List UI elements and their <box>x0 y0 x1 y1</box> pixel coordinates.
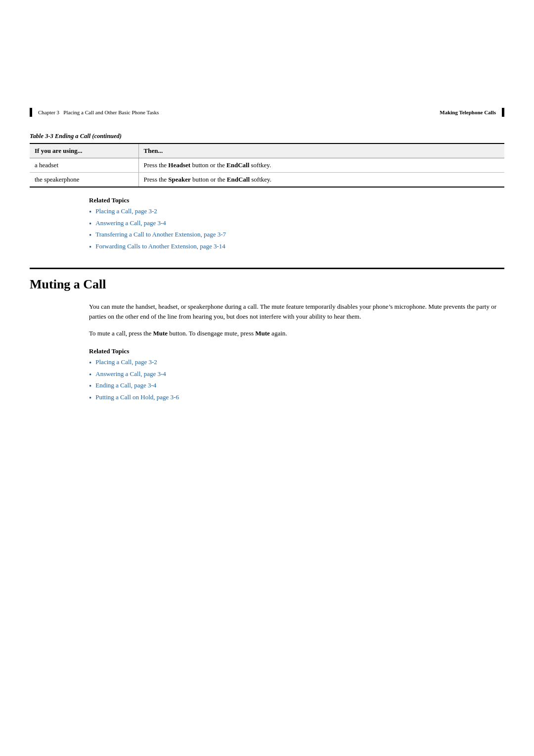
page: Chapter 3 Placing a Call and Other Basic… <box>0 99 534 756</box>
related-link-3[interactable]: Transferring a Call to Another Extension… <box>95 231 226 238</box>
header-chapter-label: Chapter 3 <box>38 109 59 115</box>
related-link-6[interactable]: Answering a Call, page 3-4 <box>95 370 166 378</box>
bullet-icon: • <box>89 381 91 391</box>
table-cell-if1: a headset <box>30 158 138 173</box>
bullet-icon: • <box>89 393 91 403</box>
related-topics-2-title: Related Topics <box>89 347 504 355</box>
header-chapter-title: Placing a Call and Other Basic Phone Tas… <box>63 109 159 115</box>
bullet-icon: • <box>89 231 91 240</box>
list-item: • Answering a Call, page 3-4 <box>89 219 504 229</box>
section-heading: Muting a Call <box>30 268 504 292</box>
related-topics-1-list: • Placing a Call, page 3-2 • Answering a… <box>89 207 504 252</box>
list-item: • Putting a Call on Hold, page 3-6 <box>89 393 504 403</box>
related-link-1[interactable]: Placing a Call, page 3-2 <box>95 207 157 215</box>
bullet-icon: • <box>89 207 91 217</box>
col2-header: Then... <box>138 143 504 158</box>
related-topics-2-list: • Placing a Call, page 3-2 • Answering a… <box>89 358 504 403</box>
ending-call-table: If you are using... Then... a headset Pr… <box>30 143 504 188</box>
list-item: • Ending a Call, page 3-4 <box>89 381 504 391</box>
page-header: Chapter 3 Placing a Call and Other Basic… <box>0 99 534 121</box>
related-link-2[interactable]: Answering a Call, page 3-4 <box>95 219 166 227</box>
bullet-icon: • <box>89 358 91 368</box>
table-cell-if2: the speakerphone <box>30 173 138 188</box>
col1-header: If you are using... <box>30 143 138 158</box>
bullet-icon: • <box>89 242 91 252</box>
table-header-row: If you are using... Then... <box>30 143 504 158</box>
table-row: the speakerphone Press the Speaker butto… <box>30 173 504 188</box>
list-item: • Answering a Call, page 3-4 <box>89 370 504 380</box>
table-cell-then2: Press the Speaker button or the EndCall … <box>138 173 504 188</box>
related-link-5[interactable]: Placing a Call, page 3-2 <box>95 358 157 366</box>
section-para-1: You can mute the handset, headset, or sp… <box>89 302 504 322</box>
bullet-icon: • <box>89 370 91 380</box>
table-caption-text: Table 3-3 Ending a Call (continued) <box>30 133 122 140</box>
header-left: Chapter 3 Placing a Call and Other Basic… <box>30 108 159 117</box>
related-link-8[interactable]: Putting a Call on Hold, page 3-6 <box>95 393 179 401</box>
list-item: • Placing a Call, page 3-2 <box>89 207 504 217</box>
header-bar-right <box>502 108 504 117</box>
header-right-title: Making Telephone Calls <box>440 109 496 115</box>
table-row: a headset Press the Headset button or th… <box>30 158 504 173</box>
list-item: • Placing a Call, page 3-2 <box>89 358 504 368</box>
table-cell-then1: Press the Headset button or the EndCall … <box>138 158 504 173</box>
section-para-2: To mute a call, press the Mute button. T… <box>89 329 504 338</box>
bullet-icon: • <box>89 219 91 229</box>
header-bar-left <box>30 108 32 117</box>
table-caption: Table 3-3 Ending a Call (continued) <box>30 133 504 140</box>
list-item: • Transferring a Call to Another Extensi… <box>89 231 504 240</box>
related-link-4[interactable]: Forwarding Calls to Another Extension, p… <box>95 242 225 250</box>
list-item: • Forwarding Calls to Another Extension,… <box>89 242 504 252</box>
header-right: Making Telephone Calls <box>440 108 504 117</box>
main-content: Table 3-3 Ending a Call (continued) If y… <box>0 133 534 434</box>
related-topics-1-title: Related Topics <box>89 196 504 204</box>
related-link-7[interactable]: Ending a Call, page 3-4 <box>95 381 156 389</box>
